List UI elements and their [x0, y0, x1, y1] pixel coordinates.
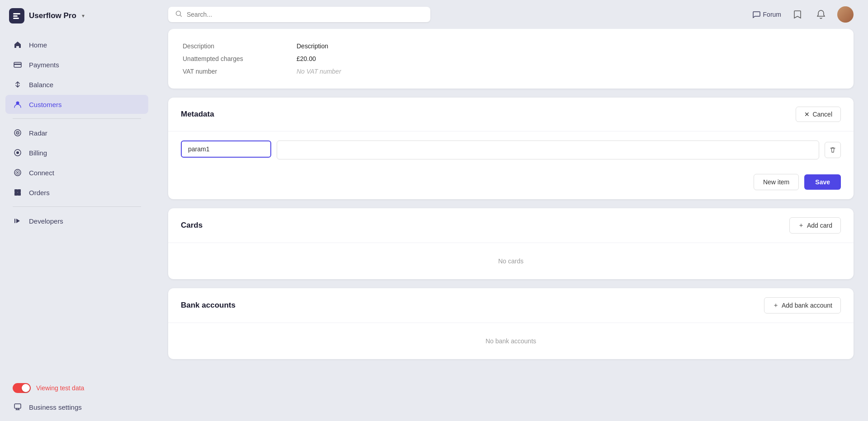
info-row-vat: VAT number No VAT number: [183, 65, 839, 78]
orders-icon: [13, 187, 23, 197]
unattempted-charges-label: Unattempted charges: [183, 55, 282, 62]
viewing-test-data-toggle[interactable]: Viewing test data: [0, 379, 154, 398]
cancel-x-icon: ✕: [804, 111, 810, 118]
add-card-plus-icon: ＋: [798, 221, 804, 229]
balance-icon: [13, 80, 23, 89]
topbar-actions: Forum: [752, 6, 854, 23]
cards-header: Cards ＋ Add card: [168, 208, 854, 243]
bookmark-icon[interactable]: [790, 7, 805, 22]
metadata-title: Metadata: [181, 110, 214, 119]
avatar[interactable]: [837, 6, 854, 23]
description-value: Description: [297, 42, 328, 50]
bank-accounts-card: Bank accounts ＋ Add bank account No bank…: [168, 288, 854, 359]
add-bank-account-button[interactable]: ＋ Add bank account: [764, 297, 841, 313]
svg-rect-0: [13, 13, 20, 14]
svg-rect-2: [13, 18, 19, 19]
radar-icon: [13, 128, 23, 138]
chevron-down-icon: ▾: [82, 13, 85, 19]
sidebar: Userflow Pro ▾ Home Payments: [0, 0, 154, 421]
metadata-header: Metadata ✕ Cancel: [168, 98, 854, 131]
save-button[interactable]: Save: [804, 174, 841, 190]
cancel-button[interactable]: ✕ Cancel: [796, 107, 841, 122]
svg-point-10: [16, 151, 19, 154]
sidebar-item-customers[interactable]: Customers: [5, 95, 148, 114]
sidebar-item-balance[interactable]: Balance: [5, 75, 148, 94]
connect-icon: [13, 168, 23, 178]
customers-icon: [13, 99, 23, 109]
sidebar-item-developers[interactable]: Developers: [5, 211, 148, 230]
search-input[interactable]: [187, 11, 423, 18]
sidebar-item-balance-label: Balance: [29, 81, 53, 89]
business-settings-label: Business settings: [29, 403, 82, 411]
business-settings-icon: [13, 402, 23, 412]
nav-divider: [13, 118, 141, 119]
svg-point-13: [17, 172, 19, 173]
info-card: Description Description Unattempted char…: [168, 29, 854, 89]
cards-title: Cards: [181, 221, 203, 230]
payments-icon: [13, 60, 23, 70]
bank-accounts-header: Bank accounts ＋ Add bank account: [168, 288, 854, 323]
metadata-fields: [168, 131, 854, 168]
add-bank-plus-icon: ＋: [773, 301, 779, 309]
sidebar-item-home[interactable]: Home: [5, 35, 148, 54]
toggle-knob: [22, 384, 30, 392]
sidebar-item-connect[interactable]: Connect: [5, 163, 148, 182]
app-header[interactable]: Userflow Pro ▾: [0, 0, 154, 32]
home-icon: [13, 40, 23, 50]
svg-rect-1: [13, 15, 18, 17]
viewing-test-label: Viewing test data: [36, 384, 84, 392]
vat-number-label: VAT number: [183, 68, 282, 75]
svg-marker-18: [16, 219, 20, 223]
svg-rect-20: [14, 404, 21, 408]
info-row-unattempted: Unattempted charges £20.00: [183, 52, 839, 65]
metadata-card: Metadata ✕ Cancel New item Save: [168, 98, 854, 199]
svg-rect-16: [14, 192, 18, 196]
metadata-actions: New item Save: [168, 168, 854, 199]
billing-icon: [13, 148, 23, 158]
sidebar-item-billing[interactable]: Billing: [5, 143, 148, 162]
sidebar-item-payments[interactable]: Payments: [5, 55, 148, 74]
unattempted-charges-value: £20.00: [297, 55, 316, 62]
svg-rect-4: [14, 64, 21, 65]
sidebar-item-home-label: Home: [29, 41, 47, 49]
forum-label: Forum: [763, 11, 781, 18]
sidebar-item-radar[interactable]: Radar: [5, 123, 148, 142]
sidebar-item-customers-label: Customers: [29, 101, 62, 108]
sidebar-item-orders-label: Orders: [29, 189, 50, 196]
svg-rect-17: [18, 192, 21, 196]
svg-point-8: [17, 132, 18, 133]
no-bank-accounts-message: No bank accounts: [168, 323, 854, 359]
sidebar-item-radar-label: Radar: [29, 129, 47, 137]
new-item-button[interactable]: New item: [754, 174, 799, 190]
add-card-button[interactable]: ＋ Add card: [789, 217, 841, 234]
param-key-input[interactable]: [181, 140, 271, 158]
info-row-description: Description Description: [183, 40, 839, 52]
sidebar-item-payments-label: Payments: [29, 61, 59, 69]
sidebar-nav: Home Payments Balance: [0, 32, 154, 379]
bank-accounts-title: Bank accounts: [181, 301, 236, 310]
app-name: Userflow Pro: [29, 11, 76, 20]
topbar: Forum: [154, 0, 868, 29]
app-logo: [9, 8, 24, 23]
developers-icon: [13, 216, 23, 226]
avatar-image: [837, 6, 854, 23]
nav-divider-2: [13, 206, 141, 207]
delete-row-button[interactable]: [825, 142, 841, 158]
no-cards-message: No cards: [168, 243, 854, 279]
cards-card: Cards ＋ Add card No cards: [168, 208, 854, 279]
sidebar-item-developers-label: Developers: [29, 217, 63, 225]
test-data-toggle-switch[interactable]: [13, 383, 31, 393]
svg-rect-14: [14, 189, 18, 192]
bell-icon[interactable]: [814, 7, 828, 22]
param-value-input[interactable]: [277, 140, 819, 159]
svg-rect-15: [18, 189, 21, 192]
sidebar-item-billing-label: Billing: [29, 149, 47, 157]
sidebar-item-connect-label: Connect: [29, 169, 54, 177]
sidebar-item-business-settings[interactable]: Business settings: [0, 398, 154, 421]
main-content: Description Description Unattempted char…: [154, 29, 868, 421]
search-bar[interactable]: [168, 7, 430, 22]
description-label: Description: [183, 42, 282, 50]
search-icon: [175, 10, 182, 19]
sidebar-item-orders[interactable]: Orders: [5, 183, 148, 202]
forum-button[interactable]: Forum: [752, 10, 781, 19]
